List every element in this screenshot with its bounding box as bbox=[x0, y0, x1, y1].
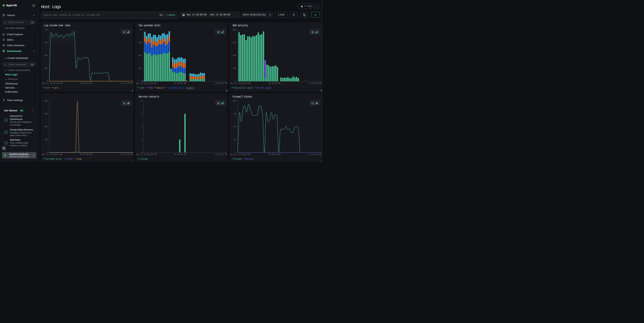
svg-text:11:30:00 PM: 11:30:00 PM bbox=[309, 153, 322, 156]
svg-text:sshd: sshd bbox=[77, 158, 81, 160]
svg-text:750: 750 bbox=[138, 42, 142, 44]
svg-text:4: 4 bbox=[141, 126, 142, 128]
svg-text:10:30:00 AM: 10:30:00 AM bbox=[174, 153, 186, 156]
svg-text:10:30:00 AM: 10:30:00 AM bbox=[80, 153, 92, 156]
svg-text:450: 450 bbox=[233, 42, 236, 44]
svg-text:8: 8 bbox=[141, 100, 142, 102]
svg-text:250: 250 bbox=[138, 67, 142, 70]
svg-text:200: 200 bbox=[44, 100, 48, 102]
svg-text:10:30:00 AM: 10:30:00 AM bbox=[174, 82, 186, 85]
svg-text:100: 100 bbox=[44, 126, 48, 128]
svg-text:anacron: anacron bbox=[156, 87, 164, 89]
svg-text:Blocked: Blocked bbox=[246, 158, 254, 160]
svg-text:11:30:00 PM: 11:30:00 PM bbox=[121, 153, 133, 156]
svg-text:2: 2 bbox=[141, 138, 142, 141]
svg-text:11:30:00 PM: 11:30:00 PM bbox=[215, 82, 227, 85]
svg-text:sshd: sshd bbox=[140, 87, 144, 89]
svg-text:150: 150 bbox=[44, 113, 48, 115]
svg-text:30: 30 bbox=[234, 138, 236, 141]
svg-text:300: 300 bbox=[233, 55, 236, 57]
svg-text:Nov 11 12:00:00 AM: Nov 11 12:00:00 AM bbox=[136, 153, 156, 156]
svg-text:500: 500 bbox=[138, 55, 142, 57]
svg-text:1K: 1K bbox=[45, 29, 48, 31]
svg-text:11:30:00 PM: 11:30:00 PM bbox=[121, 82, 133, 85]
svg-text:Allowed: Allowed bbox=[234, 158, 242, 160]
svg-text:systemd: systemd bbox=[140, 158, 148, 160]
svg-text:11:30:00 PM: 11:30:00 PM bbox=[309, 82, 322, 85]
svg-text:90: 90 bbox=[234, 113, 236, 115]
svg-text:Successful Logins: Successful Logins bbox=[234, 87, 253, 89]
svg-text:Nov 11 12:00:00 AM: Nov 11 12:00:00 AM bbox=[136, 82, 156, 85]
svg-text:Nov 11 12:00:00 AM: Nov 11 12:00:00 AM bbox=[42, 153, 62, 156]
svg-text:10:30:00 AM: 10:30:00 AM bbox=[268, 82, 280, 85]
svg-text:1K: 1K bbox=[140, 29, 142, 31]
svg-text:info: info bbox=[46, 87, 50, 89]
svg-text:50: 50 bbox=[45, 138, 48, 141]
svg-text:150: 150 bbox=[233, 67, 236, 70]
svg-text:Nov 11 12:00:00 AM: Nov 11 12:00:00 AM bbox=[230, 82, 251, 85]
svg-text:CRON: CRON bbox=[148, 87, 152, 89]
svg-text:120: 120 bbox=[233, 100, 236, 102]
svg-text:Failed Logins: Failed Logins bbox=[257, 87, 272, 89]
svg-text:600: 600 bbox=[233, 29, 236, 31]
svg-text:250: 250 bbox=[44, 67, 48, 70]
svg-text:10:30:00 AM: 10:30:00 AM bbox=[268, 153, 280, 156]
svg-text:500: 500 bbox=[44, 55, 48, 57]
svg-text:60: 60 bbox=[234, 126, 236, 128]
svg-text:Nov 11 12:00:00 AM: Nov 11 12:00:00 AM bbox=[230, 153, 251, 156]
svg-text:+4 more: +4 more bbox=[186, 87, 194, 89]
svg-text:systemd-logind: systemd-logind bbox=[168, 87, 184, 89]
svg-text:750: 750 bbox=[44, 42, 48, 44]
svg-text:kernel: kernel bbox=[66, 158, 73, 160]
svg-text:6: 6 bbox=[141, 113, 142, 115]
svg-text:fail2ban-server: fail2ban-server bbox=[46, 158, 62, 160]
svg-text:Nov 11 12:00:00 AM: Nov 11 12:00:00 AM bbox=[42, 82, 62, 85]
svg-text:10:30:00 AM: 10:30:00 AM bbox=[80, 82, 92, 85]
svg-text:11:30:00 PM: 11:30:00 PM bbox=[215, 153, 227, 156]
svg-text:warn: warn bbox=[54, 87, 58, 89]
